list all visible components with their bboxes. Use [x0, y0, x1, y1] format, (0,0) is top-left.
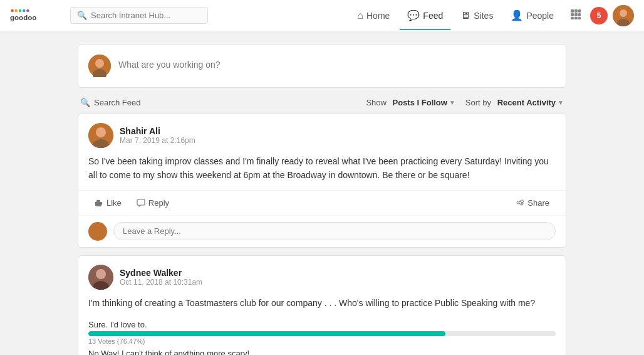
svg-point-3	[23, 9, 25, 11]
posts-filter-dropdown[interactable]: Show Posts I Follow ▼	[366, 98, 455, 107]
composer-avatar	[88, 55, 111, 77]
reply-row	[78, 215, 566, 247]
svg-point-25	[96, 269, 106, 279]
posts-filter-value: Posts I Follow	[393, 98, 447, 107]
post-avatar	[88, 123, 113, 148]
svg-rect-13	[574, 17, 578, 19]
reply-input[interactable]	[113, 222, 556, 240]
post2-date: Oct 11, 2018 at 10:31am	[120, 278, 202, 287]
post2-avatar-image	[88, 265, 113, 290]
post-author-info: Shahir Ali Mar 7, 2019 at 2:16pm	[120, 126, 195, 145]
composer-avatar-image	[88, 55, 111, 77]
poll-option-1-label: Sure. I'd love to.	[88, 320, 556, 329]
nav-sites-label: Sites	[474, 11, 493, 21]
share-icon	[516, 198, 524, 207]
nav-feed-label: Feed	[423, 11, 443, 21]
search-bar[interactable]: 🔍	[70, 7, 208, 24]
nav-feed[interactable]: 💬 Feed	[400, 6, 450, 25]
nav-home-label: Home	[366, 11, 390, 21]
post1-avatar-image	[88, 123, 113, 148]
user-avatar[interactable]	[613, 5, 634, 26]
svg-rect-11	[578, 13, 581, 16]
show-label: Show	[366, 98, 387, 107]
poll-votes-1: 13 Votes (76.47%)	[88, 337, 556, 345]
nav-sites[interactable]: 🖥 Sites	[453, 6, 501, 25]
main-content: 🔍 Search Feed Show Posts I Follow ▼ Sort…	[78, 31, 566, 355]
svg-rect-6	[571, 9, 574, 13]
share-label: Share	[527, 198, 549, 208]
nav-people-label: People	[526, 11, 554, 21]
post2-author-info: Sydnee Walker Oct 11, 2018 at 10:31am	[120, 268, 202, 287]
apps-grid-button[interactable]	[564, 5, 588, 26]
post-card: Shahir Ali Mar 7, 2019 at 2:16pm So I've…	[78, 114, 566, 248]
post-composer	[78, 44, 566, 88]
poll-option-2: No Way! I can't think of anything more s…	[88, 349, 556, 355]
feed-controls: 🔍 Search Feed Show Posts I Follow ▼ Sort…	[78, 98, 566, 107]
logo-svg: goodoo	[10, 7, 60, 24]
share-button[interactable]: Share	[509, 196, 556, 210]
avatar-image	[613, 5, 634, 26]
post2-body: I'm thinking of creating a Toastmasters …	[78, 296, 566, 317]
like-button[interactable]: Like	[88, 196, 128, 210]
poll-bar-fill-1	[88, 331, 445, 336]
search-input[interactable]	[91, 11, 201, 20]
sites-icon: 🖥	[460, 10, 470, 21]
post-date: Mar 7, 2019 at 2:16pm	[120, 136, 195, 145]
like-label: Like	[106, 198, 122, 208]
svg-point-0	[11, 9, 13, 11]
svg-rect-12	[571, 17, 574, 19]
posts-filter-chevron: ▼	[449, 99, 455, 106]
home-icon: ⌂	[357, 10, 363, 21]
post2-author-name: Sydnee Walker	[120, 268, 202, 278]
reply-label: Reply	[148, 198, 169, 208]
like-icon	[95, 198, 103, 207]
post2-avatar	[88, 265, 113, 290]
search-icon: 🔍	[77, 11, 87, 20]
svg-point-4	[26, 9, 29, 11]
grid-icon	[570, 9, 581, 20]
feed-filters: Show Posts I Follow ▼ Sort by Recent Act…	[366, 98, 564, 107]
nav-links: ⌂ Home 💬 Feed 🖥 Sites 👤 People	[350, 5, 634, 26]
svg-point-22	[96, 127, 106, 137]
sort-dropdown[interactable]: Sort by Recent Activity ▼	[465, 98, 564, 107]
svg-text:goodoo: goodoo	[10, 14, 36, 21]
post-author-name: Shahir Ali	[120, 126, 195, 136]
people-icon: 👤	[511, 9, 523, 21]
svg-rect-10	[574, 13, 578, 16]
navbar: goodoo 🔍 ⌂ Home 💬 Feed 🖥 Sites 👤 People	[0, 0, 644, 31]
svg-rect-7	[574, 9, 578, 13]
reply-avatar	[88, 222, 107, 241]
svg-point-1	[15, 9, 18, 11]
nav-people[interactable]: 👤 People	[503, 6, 561, 25]
svg-rect-9	[571, 13, 574, 16]
sort-value: Recent Activity	[497, 98, 556, 107]
search-feed-label: Search Feed	[94, 98, 140, 107]
poll-option-2-label: No Way! I can't think of anything more s…	[88, 349, 556, 355]
svg-point-16	[620, 9, 627, 17]
post-body: So I've been taking improv classes and I…	[78, 154, 566, 190]
logo[interactable]: goodoo	[10, 7, 60, 24]
reply-button[interactable]: Reply	[130, 196, 175, 210]
post-actions: Like Reply Share	[78, 190, 566, 215]
poll-option-1: Sure. I'd love to. 13 Votes (76.47%)	[88, 320, 556, 345]
post-header: Shahir Ali Mar 7, 2019 at 2:16pm	[78, 114, 566, 154]
post-card-2: Sydnee Walker Oct 11, 2018 at 10:31am I'…	[78, 255, 566, 355]
post2-header: Sydnee Walker Oct 11, 2018 at 10:31am	[78, 256, 566, 296]
svg-rect-8	[578, 9, 581, 13]
svg-rect-14	[578, 17, 581, 19]
reply-icon	[137, 198, 145, 207]
poll-bar-bg-1	[88, 331, 556, 336]
search-feed-icon: 🔍	[80, 98, 90, 107]
sort-chevron: ▼	[558, 99, 564, 106]
notification-badge[interactable]: 5	[590, 7, 608, 24]
feed-icon: 💬	[407, 9, 420, 21]
svg-point-19	[95, 59, 104, 68]
composer-input[interactable]	[118, 55, 556, 70]
svg-point-2	[19, 9, 21, 11]
nav-home[interactable]: ⌂ Home	[350, 6, 397, 25]
sort-label: Sort by	[465, 98, 491, 107]
search-feed-button[interactable]: 🔍 Search Feed	[80, 98, 140, 107]
